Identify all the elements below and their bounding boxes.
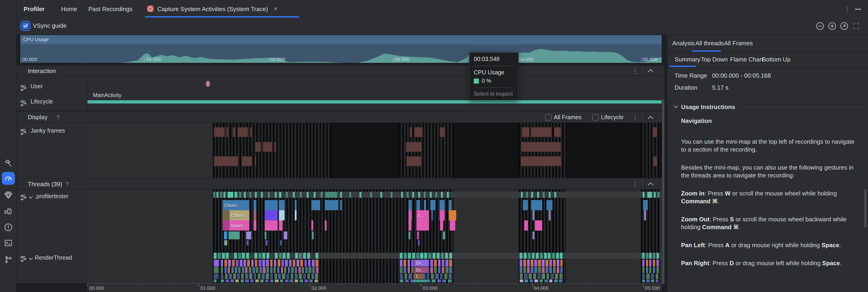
cpu-usage-minimap[interactable]: CPU Usage 00.00001.00002.00003.00004.000… (20, 35, 662, 63)
profiler-window: Profiler Home Past Recordings Capture Sy… (0, 0, 868, 292)
renderthread-track-config-icon[interactable] (20, 256, 27, 262)
trace-rect (262, 142, 272, 152)
minimap-timeline: 00.00001.00002.00003.00004.00005.000 (20, 35, 662, 63)
sidebar-item-profiler[interactable] (2, 172, 15, 185)
tick-minor (365, 284, 366, 286)
subtab-summary[interactable]: Summary (675, 56, 700, 63)
subtab-bottom-up[interactable]: Bottom Up (762, 56, 790, 63)
usage-instructions-header[interactable]: Usage Instructions (674, 104, 863, 110)
trace-rect (549, 210, 550, 220)
row-label-renderthread[interactable]: RenderThread (35, 255, 72, 261)
time-range-value: 00:00.000 - 00:05.168 (712, 72, 771, 79)
janky-frames-track[interactable] (88, 123, 662, 178)
trace-rect (546, 200, 553, 210)
section-header-interaction[interactable]: Interaction ⋮ (17, 65, 664, 76)
expand-profilertester-icon[interactable] (29, 196, 33, 199)
collapse-threads-icon[interactable] (648, 182, 653, 186)
instruction-paragraph: Pan Right: Press D or drag mouse left wh… (681, 259, 855, 267)
threads-help-icon[interactable]: ? (66, 181, 69, 188)
section-header-display[interactable]: Display ? All Frames Lifecycle ⋮ (17, 111, 664, 123)
trace-rect (295, 200, 297, 210)
collapse-display-icon[interactable] (648, 115, 653, 119)
trace-rect (554, 127, 561, 137)
tab-analysis[interactable]: Analysis (672, 40, 695, 47)
vsync-guide-toggle[interactable]: VSync guide (22, 22, 67, 29)
all-frames-label[interactable]: All Frames (554, 114, 581, 120)
jan​ky-track-config-icon[interactable] (20, 129, 27, 135)
row-label-janky-frames[interactable]: Janky frames (31, 127, 65, 134)
tab-home[interactable]: Home (61, 0, 77, 17)
threads-menu-kebab-icon[interactable]: ⋮ (632, 181, 639, 187)
profilertester-track-config-icon[interactable] (20, 194, 27, 200)
interaction-menu-kebab-icon[interactable]: ⋮ (632, 68, 639, 74)
tick-minor (115, 284, 116, 286)
main-scrollbar[interactable] (662, 99, 664, 284)
lifecycle-checkbox-label[interactable]: Lifecycle (601, 114, 623, 120)
display-menu-kebab-icon[interactable]: ⋮ (632, 114, 639, 120)
trace-rect (644, 210, 646, 220)
subtab-top-down[interactable]: Top Down (701, 56, 728, 63)
trace-rect (532, 231, 534, 239)
trace-rect (253, 210, 256, 220)
trace-rect (408, 210, 412, 220)
tab-past-recordings[interactable]: Past Recordings (88, 0, 132, 17)
trace-rect (237, 127, 248, 137)
renderthread-thread-track[interactable]: Dr...Dr...f... (88, 252, 662, 283)
user-track-config-icon[interactable] (20, 84, 27, 91)
row-label-user[interactable]: User (31, 83, 43, 89)
trace-rect (408, 200, 412, 210)
collapse-interaction-icon[interactable] (648, 69, 653, 73)
trace-rect (312, 231, 314, 239)
trace-rect (253, 220, 256, 230)
lifecycle-track-config-icon[interactable] (20, 100, 27, 106)
vsync-checkbox[interactable] (22, 23, 29, 29)
row-label-profilertester[interactable]: .profilertester (35, 193, 68, 199)
tab-all-frames[interactable]: All Frames (724, 40, 753, 47)
trace-rect (531, 127, 552, 137)
tick-minor (331, 61, 331, 63)
window-menu-kebab-icon[interactable]: ⋮ (844, 0, 850, 17)
trace-block[interactable]: Chore... (229, 210, 249, 220)
tab-close-icon[interactable]: ✕ (274, 6, 278, 12)
reset-zoom-button[interactable] (840, 22, 848, 31)
trace-block[interactable]: Dr... (414, 267, 427, 273)
trace-block[interactable]: f... (414, 273, 424, 279)
tick-minor (504, 284, 504, 286)
sidebar-item-problems[interactable] (2, 221, 15, 234)
zoom-to-selection-button[interactable] (852, 22, 861, 31)
sidebar-item-build[interactable] (2, 157, 15, 170)
sidebar-item-terminal[interactable] (2, 236, 15, 250)
panel-scrollbar[interactable] (864, 189, 867, 228)
trace-block[interactable]: Dr... (414, 260, 427, 266)
trace-block[interactable]: Chore... (222, 200, 249, 210)
sidebar-item-version-control[interactable] (2, 253, 15, 266)
sidebar-item-app-quality-insights[interactable] (2, 188, 15, 202)
display-help-icon[interactable]: ? (57, 114, 59, 120)
zoom-in-button[interactable] (828, 22, 837, 31)
tab-all-threads[interactable]: All threads (695, 40, 724, 47)
expand-renderthread-icon[interactable] (29, 257, 33, 261)
instruction-paragraph: Pan Left: Press A or drag mouse right wh… (681, 241, 855, 249)
divider (740, 107, 863, 107)
zoom-out-button[interactable] (816, 22, 825, 31)
sidebar-item-logcat[interactable] (2, 205, 15, 218)
trace-block[interactable]: t... (416, 210, 429, 220)
profilertester-thread-track[interactable]: Chore...Chore...t...traver... (88, 189, 662, 252)
lifecycle-event-bar[interactable] (88, 100, 662, 104)
minimize-icon[interactable] (855, 9, 861, 10)
hammer-icon (4, 159, 13, 168)
row-label-lifecycle[interactable]: Lifecycle (31, 99, 53, 105)
all-frames-checkbox[interactable] (545, 114, 552, 120)
trace-rect (522, 127, 530, 137)
subtab-flame-chart[interactable]: Flame Chart (730, 56, 763, 63)
trace-block[interactable]: traver... (229, 220, 249, 230)
user-interaction-event-dot[interactable] (206, 81, 210, 87)
display-body: Janky frames (17, 123, 664, 178)
tab-capture-system-activities[interactable]: Capture System Activities (System Trace)… (147, 0, 278, 17)
tick-label: 02.000 (310, 285, 327, 291)
duration-value: 5.17 s (712, 84, 728, 91)
trace-rect (439, 127, 445, 137)
lifecycle-checkbox[interactable] (592, 114, 599, 120)
section-header-threads[interactable]: Threads (39) ? ⋮ (17, 178, 664, 189)
trace-rect (253, 200, 256, 210)
